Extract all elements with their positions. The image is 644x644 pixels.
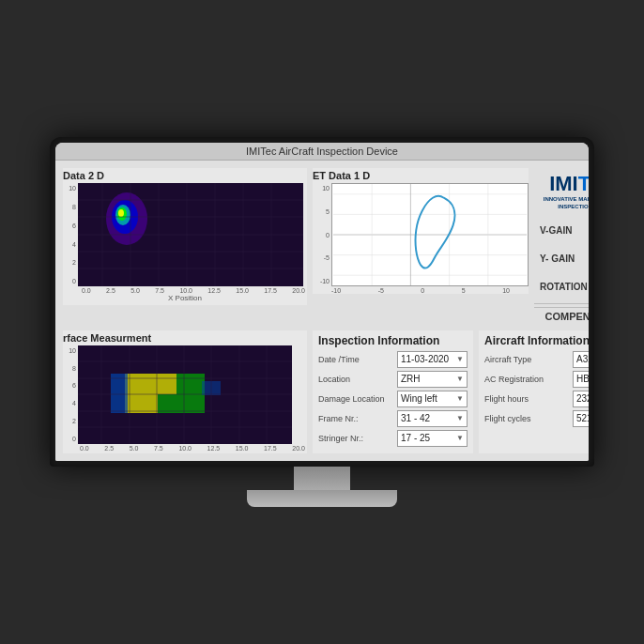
et-y-5: 5 [313,208,330,215]
y-tick-2: 2 [63,259,76,266]
logo-text: IMI Tec [549,172,589,196]
svg-rect-32 [176,374,205,394]
app-content: Data 2 D 10 8 6 4 2 0 [55,161,589,461]
svg-rect-33 [158,394,205,413]
location-arrow: ▼ [456,375,464,383]
svg-point-5 [118,209,124,217]
aircraft-hours-label: Flight hours [484,394,569,404]
y-tick-6: 6 [63,222,76,229]
location-label: Location [318,375,393,384]
svg-rect-34 [111,374,128,394]
left-column: Data 2 D 10 8 6 4 2 0 [63,168,307,325]
compensation-divider: COMPENSATION [534,303,589,325]
v-gain-row: V-GAIN 0 [534,219,589,243]
stringer-arrow: ▼ [456,434,464,442]
stringer-label: Stringer Nr.: [318,434,393,443]
monitor-screen-border: IMITec AirCraft Inspection Device Data 2… [50,137,594,467]
y-tick-0: 0 [63,278,76,284]
y-gain-label: Y- GAIN [540,253,589,264]
y-tick-8: 8 [63,204,76,210]
aircraft-cycles-label: Flight cycles [484,414,569,423]
surface-title: rface Measurment [63,330,307,345]
aircraft-reg-row: AC Registration HB-NOM [484,371,589,388]
compensation-label: COMPENSATION [534,307,589,325]
monitor-screen: IMITec AirCraft Inspection Device Data 2… [55,143,589,461]
damage-label: Damage Location [318,394,393,404]
x-axis-title: X Position [63,294,307,303]
location-field[interactable]: ZRH ▼ [397,371,468,388]
et-y-m5: -5 [313,254,330,261]
v-gain-label: V-GAIN [540,225,589,236]
logo-tagline: INNOVATIVE MAINTENANCE AND INSPECTION TE… [544,196,589,211]
frame-row: Frame Nr.: 31 - 42 ▼ [318,410,468,427]
et-chart-section: ET Data 1 D 10 5 0 -5 -10 [313,168,529,294]
date-row: Date /Time 11-03-2020 ▼ [318,351,468,368]
et-chart-title: ET Data 1 D [313,168,529,183]
inspection-title: Inspection Information [318,334,468,347]
data2d-section: Data 2 D 10 8 6 4 2 0 [63,168,307,305]
data2d-title: Data 2 D [63,168,307,183]
surface-section: rface Measurment 10 8 6 4 2 0 [63,330,307,453]
damage-arrow: ▼ [456,394,464,403]
data2d-chart [78,183,303,286]
monitor-wrapper: IMITec AirCraft Inspection Device Data 2… [50,137,594,507]
monitor-base [247,490,397,507]
logo-imi: IMI [549,172,578,196]
et-y-10: 10 [313,185,330,192]
aircraft-hours-row: Flight hours 2324 [484,391,589,407]
rotation-row: ROTATION 0 [534,275,589,299]
bottom-row: rface Measurment 10 8 6 4 2 0 [63,330,589,453]
aircraft-reg-label: AC Registration [484,375,569,384]
damage-row: Damage Location Wing left ▼ [318,391,468,407]
stringer-row: Stringer Nr.: 17 - 25 ▼ [318,430,468,447]
rotation-label: ROTATION [540,282,589,292]
x-axis-labels: 0.0 2.5 5.0 7.5 10.0 12.5 15.0 17.5 20.0 [63,286,307,294]
surface-chart-wrapper: 10 8 6 4 2 0 [63,345,307,444]
aircraft-type-field[interactable]: A320 [573,351,589,368]
svg-rect-35 [111,394,128,413]
surface-x-labels: 0.0 2.5 5.0 7.5 10.0 12.5 15.0 17.5 20.0 [63,444,307,452]
aircraft-type-label: Aircraft Type [484,355,569,364]
aircraft-cycles-row: Flight cycles 5216 [484,410,589,427]
logo-tec: Tec [578,172,589,196]
et-y-0: 0 [313,232,330,238]
surface-chart [78,345,292,444]
et-chart-wrapper: 10 5 0 -5 -10 [313,183,529,286]
title-bar: IMITec AirCraft Inspection Device [55,143,589,161]
inspection-section: Inspection Information Date /Time 11-03-… [313,330,473,453]
app-title: IMITec AirCraft Inspection Device [246,146,398,157]
et-x-axis-labels: -10 -5 0 5 10 [313,286,529,294]
imitec-logo: IMI Tec INNOVATIVE MAINTENANCE AND INSPE… [534,168,589,215]
aircraft-cycles-field[interactable]: 5216 [573,410,589,427]
frame-field[interactable]: 31 - 42 ▼ [397,410,468,427]
y-tick-10: 10 [63,185,76,192]
date-arrow: ▼ [456,355,464,363]
y-tick-4: 4 [63,241,76,248]
aircraft-hours-field[interactable]: 2324 [573,391,589,407]
frame-label: Frame Nr.: [318,414,393,423]
aircraft-type-row: Aircraft Type A320 [484,351,589,368]
aircraft-title: Aircraft Information [484,334,589,347]
et-chart [331,183,529,286]
aircraft-reg-field[interactable]: HB-NOM [573,371,589,388]
aircraft-section: Aircraft Information Aircraft Type A320 … [479,330,589,453]
location-row: Location ZRH ▼ [318,371,468,388]
svg-rect-30 [125,374,176,394]
date-field[interactable]: 11-03-2020 ▼ [397,351,468,368]
right-column: IMI Tec INNOVATIVE MAINTENANCE AND INSPE… [534,168,589,325]
stringer-field[interactable]: 17 - 25 ▼ [397,430,468,447]
damage-field[interactable]: Wing left ▼ [397,391,468,407]
et-y-m10: -10 [313,278,330,284]
data2d-chart-wrapper: 10 8 6 4 2 0 [63,183,307,303]
middle-column: ET Data 1 D 10 5 0 -5 -10 [313,168,529,325]
date-label: Date /Time [318,355,393,364]
frame-arrow: ▼ [456,414,464,422]
monitor-neck [294,467,350,490]
y-gain-row: Y- GAIN 0 [534,247,589,271]
